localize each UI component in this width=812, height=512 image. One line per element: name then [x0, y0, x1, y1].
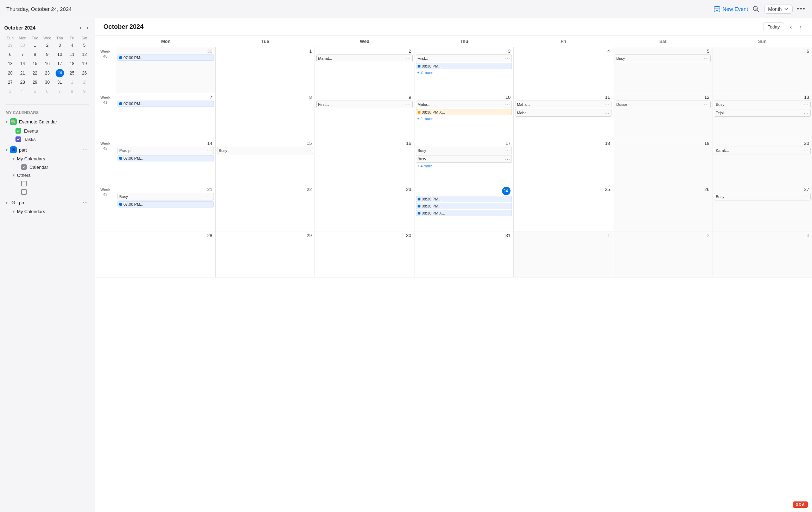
cal-cell-oct3[interactable]: 3 First... ··· 08:30 PM... + 2 more [414, 47, 514, 93]
view-selector[interactable]: Month [764, 5, 793, 14]
mini-day[interactable]: 27 [4, 78, 16, 87]
cal-cell-oct28[interactable]: 28 [116, 231, 216, 277]
mini-day[interactable]: 18 [66, 59, 78, 68]
cal-cell-oct25[interactable]: 25 [514, 185, 613, 231]
cal-cell-oct23[interactable]: 23 [315, 185, 414, 231]
mini-day[interactable]: 7 [54, 87, 66, 96]
cal-cell-nov1[interactable]: 1 [514, 231, 613, 277]
cal-cell-oct19[interactable]: 19 [613, 139, 713, 185]
mini-day[interactable]: 6 [41, 87, 53, 96]
mini-day[interactable]: 9 [78, 87, 90, 96]
cal-cell-oct1[interactable]: 1 [216, 47, 315, 93]
cal-cell-oct8[interactable]: 8 [216, 93, 315, 139]
event-item[interactable]: Busy ··· [217, 147, 313, 154]
mini-day[interactable]: 12 [78, 50, 90, 59]
mini-day[interactable]: 26 [78, 69, 90, 78]
mini-day[interactable]: 2 [41, 41, 53, 50]
mini-cal-next[interactable]: › [84, 24, 90, 32]
mini-day[interactable]: 31 [54, 78, 66, 87]
mini-day[interactable]: 1 [29, 41, 41, 50]
mini-day[interactable]: 29 [29, 78, 41, 87]
event-item[interactable]: 07:00 PM... [118, 201, 214, 207]
cal-cell-nov2[interactable]: 2 [613, 231, 713, 277]
event-item[interactable]: Mahat... ··· [316, 55, 413, 62]
cal-cell-oct6[interactable]: 6 [712, 47, 812, 93]
sidebar-item-calendar[interactable]: Calendar [18, 163, 89, 171]
event-item[interactable]: Busy ··· [416, 147, 512, 154]
new-event-button[interactable]: New Event [713, 6, 748, 13]
next-month-button[interactable]: › [798, 23, 804, 31]
cal-cell-oct17[interactable]: 17 Busy ··· Busy ··· + 4 more [414, 139, 514, 185]
prev-month-button[interactable]: ‹ [788, 23, 794, 31]
cal-cell-oct20[interactable]: 20 Karak... ··· [712, 139, 812, 185]
event-item[interactable]: 07:00 PM... [118, 55, 214, 61]
mini-day[interactable]: 30 [41, 78, 53, 87]
mini-day[interactable]: 4 [17, 87, 28, 96]
mini-cal-prev[interactable]: ‹ [77, 24, 83, 32]
sidebar-item-my-calendars-2[interactable]: ▾ My Calendars [13, 207, 89, 216]
more-events[interactable]: + 2 more [416, 70, 512, 75]
cal-cell-oct13[interactable]: 13 Busy ··· Tejal... ··· [712, 93, 812, 139]
mini-day[interactable]: 5 [78, 41, 90, 50]
sidebar-item-part[interactable]: ▾ ✉ part ··· [6, 145, 89, 155]
event-item[interactable]: Busy ··· [416, 155, 512, 163]
mini-day[interactable]: 7 [17, 50, 28, 59]
cal-cell-oct7[interactable]: 7 07:00 PM... [116, 93, 216, 139]
sidebar-item-pa[interactable]: ▾ G pa ··· [6, 198, 89, 207]
sidebar-item-other-2[interactable]: ‎ [18, 188, 89, 196]
more-events[interactable]: + 4 more [416, 164, 512, 168]
event-item[interactable]: Dusse... ··· [615, 101, 711, 108]
mini-day[interactable]: 21 [17, 69, 28, 78]
more-events[interactable]: + 4 more [416, 116, 512, 121]
mini-day[interactable]: 23 [41, 69, 53, 78]
cal-cell-oct30[interactable]: 30 [315, 231, 414, 277]
mini-day[interactable]: 28 [17, 78, 28, 87]
event-item[interactable]: 08:30 PM X... [416, 210, 512, 216]
mini-day[interactable]: 10 [54, 50, 66, 59]
event-item[interactable]: Maha... ··· [416, 101, 512, 108]
cal-cell-oct31[interactable]: 31 [414, 231, 514, 277]
mini-day[interactable]: 8 [66, 87, 78, 96]
mini-day[interactable]: 1 [66, 78, 78, 87]
cal-cell-oct27[interactable]: 27 Busy ··· [712, 185, 812, 231]
event-item[interactable]: Busy ··· [615, 55, 711, 62]
event-item[interactable]: 08:30 PM... [416, 63, 512, 69]
cal-cell-oct24-today[interactable]: 24 08:30 PM... 08:30 PM... 08:30 PM X... [414, 185, 514, 231]
cal-cell-oct14[interactable]: 14 Pradip... ··· 07:00 PM... [116, 139, 216, 185]
cal-cell-oct2[interactable]: 2 Mahat... ··· [315, 47, 414, 93]
mini-day-today[interactable]: 24 [56, 69, 64, 77]
mini-day[interactable]: 3 [4, 87, 16, 96]
mini-day[interactable]: 9 [41, 50, 53, 59]
event-item[interactable]: First... ··· [416, 55, 512, 62]
mini-day[interactable]: 17 [54, 59, 66, 68]
cal-cell-oct29[interactable]: 29 [216, 231, 315, 277]
cal-cell-oct22[interactable]: 22 [216, 185, 315, 231]
part-more-button[interactable]: ··· [83, 147, 88, 153]
cal-cell-oct5[interactable]: 5 Busy ··· [613, 47, 713, 93]
mini-day[interactable]: 4 [66, 41, 78, 50]
cal-cell-oct4[interactable]: 4 [514, 47, 613, 93]
event-item[interactable]: Busy ··· [714, 193, 811, 200]
mini-day[interactable]: 30 [17, 41, 28, 50]
cal-cell-nov3[interactable]: 3 [712, 231, 812, 277]
sidebar-item-my-calendars[interactable]: ▾ My Calendars [13, 155, 89, 163]
cal-cell-sep30[interactable]: 30 07:00 PM... [116, 47, 216, 93]
event-item[interactable]: 08:30 PM X... [416, 109, 512, 115]
event-item[interactable]: Busy ··· [118, 193, 214, 200]
event-item[interactable]: First... ··· [316, 101, 413, 108]
sidebar-item-others[interactable]: ▾ Others [13, 171, 89, 179]
sidebar-item-other-1[interactable]: ‎ [18, 179, 89, 188]
mini-day[interactable]: 5 [29, 87, 41, 96]
mini-day[interactable]: 14 [17, 59, 28, 68]
cal-cell-oct21[interactable]: 21 Busy ··· 07:00 PM... [116, 185, 216, 231]
event-item[interactable]: Pradip... ··· [118, 147, 214, 154]
mini-day[interactable]: 6 [4, 50, 16, 59]
sidebar-item-tasks[interactable]: Tasks [13, 135, 89, 143]
cal-cell-oct16[interactable]: 16 [315, 139, 414, 185]
mini-day[interactable]: 3 [54, 41, 66, 50]
mini-day[interactable]: 11 [66, 50, 78, 59]
today-button[interactable]: Today [763, 23, 785, 31]
more-options-button[interactable]: ••• [797, 5, 806, 13]
mini-day[interactable]: 8 [29, 50, 41, 59]
mini-day[interactable]: 22 [29, 69, 41, 78]
